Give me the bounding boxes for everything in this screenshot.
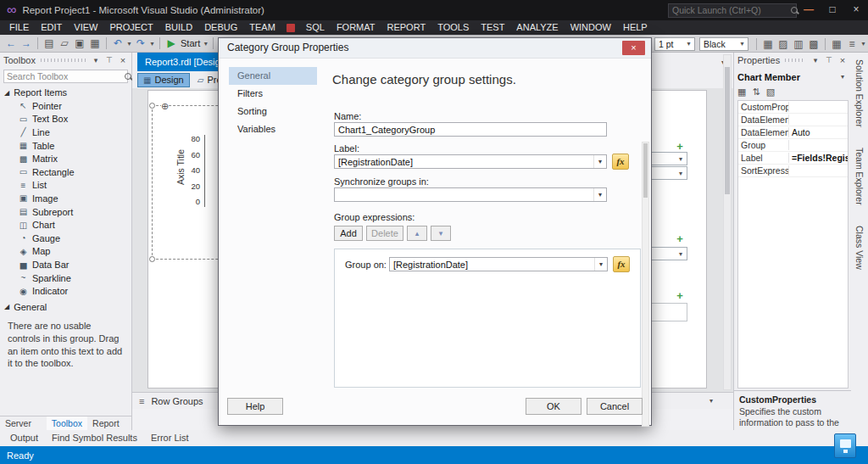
menu-project[interactable]: PROJECT xyxy=(103,20,159,35)
property-value[interactable]: Auto xyxy=(789,127,848,137)
tab-report-data[interactable]: Report Data xyxy=(87,416,131,430)
chevron-down-icon[interactable]: ▾ xyxy=(593,155,606,168)
toolbar-overflow-icon[interactable]: ▾ xyxy=(860,40,867,48)
fill-color-icon[interactable]: ▨ xyxy=(776,36,791,53)
menu-sql[interactable]: SQL xyxy=(300,20,331,35)
menu-window[interactable]: WINDOW xyxy=(565,20,617,35)
table-style-icon[interactable]: ▥ xyxy=(791,36,806,53)
quick-launch[interactable] xyxy=(668,3,797,18)
quick-launch-input[interactable] xyxy=(669,5,790,15)
menu-build[interactable]: BUILD xyxy=(159,20,198,35)
menu-help[interactable]: HELP xyxy=(617,20,654,35)
property-row[interactable]: Label=Fields!Registra... xyxy=(738,152,848,165)
menu-test[interactable]: TEST xyxy=(475,20,510,35)
group-on-expression-button[interactable]: fx xyxy=(613,256,630,272)
pin-icon[interactable]: ⊤ xyxy=(824,56,834,64)
delete-button[interactable]: Delete xyxy=(366,226,403,241)
tab-class-view[interactable]: Class View xyxy=(854,222,865,273)
layout-icon[interactable]: ≡ xyxy=(844,36,860,53)
move-up-button[interactable]: ▴ xyxy=(407,226,427,241)
chevron-down-icon[interactable]: ▾ xyxy=(683,40,694,48)
nav-general[interactable]: General xyxy=(229,67,317,85)
toolbox-item-databar[interactable]: ▅Data Bar xyxy=(0,258,131,271)
name-input[interactable] xyxy=(334,122,607,137)
undo-icon[interactable]: ↶ xyxy=(110,35,125,52)
grid-icon[interactable]: ▦ xyxy=(829,36,844,53)
menu-team[interactable]: TEAM xyxy=(243,20,281,35)
chevron-down-icon[interactable]: ▾ xyxy=(737,40,748,48)
toolbox-item-matrix[interactable]: ▩Matrix xyxy=(0,152,131,165)
paint-icon[interactable]: ▩ xyxy=(806,36,821,53)
selection-handle[interactable] xyxy=(149,103,155,109)
toolbox-item-table[interactable]: ▦Table xyxy=(0,139,131,153)
navigate-back-icon[interactable]: ← xyxy=(3,35,19,52)
tab-find-symbol-results[interactable]: Find Symbol Results xyxy=(45,430,144,446)
dialog-close-button[interactable]: × xyxy=(622,41,645,55)
label-expression-button[interactable]: fx xyxy=(612,154,629,170)
toolbox-search[interactable]: ▾ xyxy=(3,70,128,83)
nav-variables[interactable]: Variables xyxy=(229,120,317,138)
property-row[interactable]: Group xyxy=(738,139,848,152)
menu-analyze[interactable]: ANALYZE xyxy=(510,20,564,35)
add-field-icon[interactable]: + xyxy=(674,290,686,302)
border-width-combo[interactable]: 1 pt ▾ xyxy=(654,37,695,51)
move-down-button[interactable]: ▾ xyxy=(431,226,451,241)
alphabetical-icon[interactable]: ⇅ xyxy=(752,87,760,98)
toolbox-item-subreport[interactable]: ▤Subreport xyxy=(0,205,131,219)
toolbox-search-input[interactable] xyxy=(4,71,124,81)
navigate-forward-icon[interactable]: → xyxy=(19,35,34,52)
open-file-icon[interactable]: ▱ xyxy=(57,35,72,52)
tab-error-list[interactable]: Error List xyxy=(144,430,196,446)
border-color-combo[interactable]: Black ▾ xyxy=(699,37,748,51)
menu-format[interactable]: FORMAT xyxy=(331,20,381,35)
nav-filters[interactable]: Filters xyxy=(229,85,317,103)
toolbox-item-map[interactable]: ◈Map xyxy=(0,245,131,259)
menu-debug[interactable]: DEBUG xyxy=(198,20,243,35)
toolbox-item-textbox[interactable]: ▭Text Box xyxy=(0,113,131,126)
minimize-button[interactable]: — xyxy=(797,0,821,20)
scrollbar-thumb[interactable] xyxy=(725,67,730,194)
design-toggle-button[interactable]: ▦ Design xyxy=(137,73,190,87)
close-icon[interactable]: × xyxy=(837,55,848,65)
toolbox-section-report-items[interactable]: ◢ Report Items xyxy=(0,86,131,99)
toolbox-item-image[interactable]: ▣Image xyxy=(0,192,131,205)
redo-icon[interactable]: ↷ xyxy=(133,35,148,52)
tab-output[interactable]: Output xyxy=(3,430,45,446)
add-button[interactable]: Add xyxy=(334,226,363,241)
property-row[interactable]: SortExpressi... xyxy=(738,165,848,177)
grouping-pane-chevron-icon[interactable]: ▾ xyxy=(709,397,713,405)
cancel-button[interactable]: Cancel xyxy=(587,398,643,415)
chevron-down-icon[interactable]: ▾ xyxy=(810,56,821,64)
label-combo[interactable]: [RegistrationDate] ▾ xyxy=(334,154,607,169)
feedback-icon[interactable] xyxy=(834,433,856,458)
toolbox-item-rectangle[interactable]: ▭Rectangle xyxy=(0,165,131,179)
redo-dropdown-icon[interactable]: ▾ xyxy=(148,40,156,48)
nav-sorting[interactable]: Sorting xyxy=(229,103,317,120)
synchronize-groups-combo[interactable]: ▾ xyxy=(334,187,607,202)
property-pages-icon[interactable]: ▧ xyxy=(766,87,775,98)
add-field-icon[interactable]: + xyxy=(674,141,686,153)
chevron-down-icon[interactable]: ▾ xyxy=(91,56,101,64)
chevron-down-icon[interactable]: ▾ xyxy=(593,188,606,201)
categorized-icon[interactable]: ▦ xyxy=(737,87,746,98)
toolbox-item-list[interactable]: ≡List xyxy=(0,179,131,193)
property-value[interactable]: =Fields!Registra... xyxy=(789,153,848,163)
borders-icon[interactable]: ▦ xyxy=(760,36,776,53)
drag-grip[interactable] xyxy=(785,59,805,62)
toolbox-section-general[interactable]: ◢ General xyxy=(0,300,131,314)
property-row[interactable]: DataElemen... xyxy=(738,114,848,126)
menu-view[interactable]: VIEW xyxy=(68,20,103,35)
toolbox-item-sparkline[interactable]: ~Sparkline xyxy=(0,271,131,285)
editor-vertical-scrollbar[interactable] xyxy=(723,54,732,390)
pin-icon[interactable]: ⊤ xyxy=(104,56,114,64)
selection-handle[interactable] xyxy=(149,256,155,262)
save-all-icon[interactable]: ▦ xyxy=(87,35,103,52)
save-icon[interactable]: ▣ xyxy=(72,35,87,52)
new-file-icon[interactable]: ▤ xyxy=(42,35,57,52)
menu-report[interactable]: REPORT xyxy=(381,20,432,35)
object-selector-combo[interactable]: Chart Member ▾ xyxy=(737,70,848,84)
tab-solution-explorer[interactable]: Solution Explorer xyxy=(854,56,865,131)
tab-team-explorer[interactable]: Team Explorer xyxy=(854,144,865,209)
toolbox-item-line[interactable]: ╱Line xyxy=(0,126,131,139)
menu-file[interactable]: FILE xyxy=(3,20,35,35)
